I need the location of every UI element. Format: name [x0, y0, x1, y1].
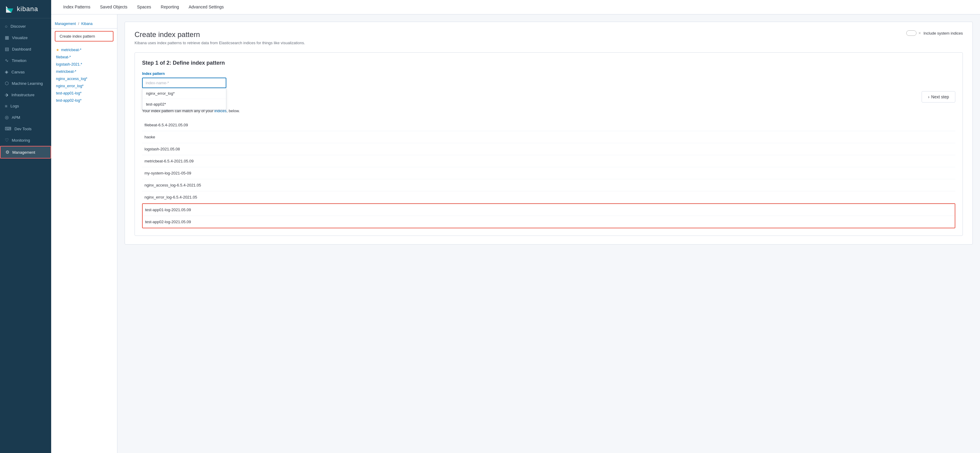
toggle-oval	[906, 30, 916, 36]
pattern-item-logstash[interactable]: logstash-2021.*	[55, 61, 113, 68]
breadcrumb-separator: /	[78, 22, 79, 26]
tab-index-patterns[interactable]: Index Patterns	[58, 0, 95, 14]
matches-info: Your index pattern can match any of your…	[142, 108, 955, 113]
pattern-item-metricbeat-star[interactable]: ★ metricbeat-*	[55, 46, 113, 54]
sidebar-item-infrastructure[interactable]: ⬗ Infrastructure	[0, 89, 51, 100]
tab-saved-objects[interactable]: Saved Objects	[95, 0, 132, 14]
breadcrumb-kibana: Kibana	[81, 22, 92, 26]
card-title-area: Create index pattern Kibana uses index p…	[135, 30, 305, 45]
index-name: test-app01-log-2021.05.09	[143, 204, 955, 216]
index-name: test-app02-log-2021.05.09	[143, 216, 955, 228]
sidebar-item-label: Dev Tools	[14, 127, 32, 131]
sidebar-item-dashboard[interactable]: ▤ Dashboard	[0, 43, 51, 55]
infrastructure-icon: ⬗	[5, 92, 8, 97]
kibana-logo-text: kibana	[17, 5, 38, 13]
pattern-item-nginx-access[interactable]: nginx_access_log*	[55, 75, 113, 83]
next-step-icon: ›	[928, 94, 929, 99]
include-system-toggle[interactable]: ✕	[906, 30, 921, 36]
step-box: Step 1 of 2: Define index pattern Index …	[135, 52, 963, 236]
step-header: Step 1 of 2: Define index pattern	[142, 60, 955, 66]
highlighted-index-rows: test-app01-log-2021.05.09 test-app02-log…	[142, 203, 955, 228]
index-row-haoke: haoke	[142, 131, 955, 143]
index-name: my-system-log-2021-05-09	[142, 167, 955, 179]
sidebar-item-label: Timelion	[12, 58, 27, 63]
index-row-filebeat: filebeat-6.5.4-2021.05.09	[142, 119, 955, 131]
left-panel: Management / Kibana Create index pattern…	[51, 14, 118, 453]
dropdown-item-nginx-error[interactable]: nginx_error_log*	[142, 88, 226, 99]
sidebar-item-management[interactable]: ⚙ Management	[0, 146, 51, 159]
pattern-list: ★ metricbeat-* filebeat-* logstash-2021.…	[51, 46, 117, 104]
sidebar-item-machine-learning[interactable]: ⬡ Machine Learning	[0, 78, 51, 89]
card-header: Create index pattern Kibana uses index p…	[135, 30, 963, 45]
dev-tools-icon: ⌨	[5, 126, 11, 132]
breadcrumb: Management / Kibana	[51, 19, 117, 29]
index-row-my-system: my-system-log-2021-05-09	[142, 167, 955, 179]
discover-icon: ○	[5, 24, 8, 29]
tab-reporting[interactable]: Reporting	[156, 0, 184, 14]
sidebar-item-label: Visualize	[12, 35, 28, 40]
machine-learning-icon: ⬡	[5, 81, 9, 86]
sidebar: kibana ○ Discover ▦ Visualize ▤ Dashboar…	[0, 0, 51, 453]
logo-area: kibana	[0, 0, 51, 18]
index-name: logstash-2021.05.08	[142, 143, 955, 155]
dashboard-icon: ▤	[5, 46, 9, 52]
page-title: Create index pattern	[135, 30, 305, 39]
tab-advanced-settings[interactable]: Advanced Settings	[184, 0, 229, 14]
sidebar-item-dev-tools[interactable]: ⌨ Dev Tools	[0, 123, 51, 135]
kibana-logo-icon	[5, 4, 14, 14]
pattern-item-metricbeat2[interactable]: metricbeat-*	[55, 68, 113, 75]
sidebar-item-visualize[interactable]: ▦ Visualize	[0, 32, 51, 43]
right-panel: Create index pattern Kibana uses index p…	[118, 14, 980, 453]
highlighted-table: test-app01-log-2021.05.09 test-app02-log…	[143, 204, 955, 228]
tab-spaces[interactable]: Spaces	[132, 0, 156, 14]
pattern-item-test-app01[interactable]: test-app01-log*	[55, 90, 113, 97]
sidebar-item-label: Infrastructure	[11, 93, 35, 97]
pattern-item-test-app02[interactable]: test-app02-log*	[55, 97, 113, 104]
include-system-area: ✕ Include system indices	[906, 30, 963, 36]
sidebar-item-label: APM	[12, 115, 20, 120]
sidebar-item-label: Dashboard	[12, 47, 31, 51]
create-index-card: Create index pattern Kibana uses index p…	[125, 22, 973, 245]
sidebar-item-label: Logs	[11, 104, 19, 108]
monitoring-icon: ♡	[5, 137, 9, 143]
sidebar-item-discover[interactable]: ○ Discover	[0, 21, 51, 32]
top-nav: Index Patterns Saved Objects Spaces Repo…	[51, 0, 980, 14]
sidebar-item-monitoring[interactable]: ♡ Monitoring	[0, 135, 51, 146]
index-name: nginx_access_log-6.5.4-2021.05	[142, 179, 955, 191]
breadcrumb-management[interactable]: Management	[55, 22, 76, 26]
logs-icon: ≡	[5, 103, 8, 108]
management-icon: ⚙	[5, 149, 10, 155]
index-pattern-field-label: Index pattern	[142, 72, 955, 76]
dropdown-item-test-app02[interactable]: test-app02*	[142, 99, 226, 110]
sidebar-item-label: Monitoring	[12, 138, 30, 143]
index-name: haoke	[142, 131, 955, 143]
sidebar-item-logs[interactable]: ≡ Logs	[0, 100, 51, 111]
visualize-icon: ▦	[5, 35, 9, 40]
pattern-item-filebeat[interactable]: filebeat-*	[55, 54, 113, 61]
sidebar-item-label: Canvas	[11, 70, 25, 74]
index-pattern-input-wrapper: nginx_error_log* test-app02*	[142, 78, 226, 88]
index-name: nginx_error_log-6.5.4-2021.05	[142, 191, 955, 203]
index-row-metricbeat: metricbeat-6.5.4-2021.05.09	[142, 155, 955, 167]
index-name: metricbeat-6.5.4-2021.05.09	[142, 155, 955, 167]
canvas-icon: ◈	[5, 69, 8, 75]
star-icon: ★	[56, 48, 59, 52]
apm-icon: ◎	[5, 114, 9, 120]
sidebar-item-canvas[interactable]: ◈ Canvas	[0, 66, 51, 78]
pattern-dropdown: nginx_error_log* test-app02*	[142, 88, 226, 110]
toggle-x-icon: ✕	[918, 31, 921, 35]
sidebar-item-label: Discover	[11, 24, 26, 29]
next-step-button[interactable]: › Next step	[922, 91, 955, 103]
pattern-item-nginx-error[interactable]: nginx_error_log*	[55, 83, 113, 90]
index-row-nginx-access: nginx_access_log-6.5.4-2021.05	[142, 179, 955, 191]
main-area: Index Patterns Saved Objects Spaces Repo…	[51, 0, 980, 453]
page-description: Kibana uses index patterns to retrieve d…	[135, 41, 305, 45]
create-index-pattern-button[interactable]: Create index pattern	[55, 31, 113, 41]
index-row-test-app02: test-app02-log-2021.05.09	[143, 216, 955, 228]
sidebar-item-label: Management	[12, 150, 35, 154]
sidebar-item-apm[interactable]: ◎ APM	[0, 111, 51, 123]
index-pattern-input[interactable]	[142, 78, 226, 88]
sidebar-item-label: Machine Learning	[12, 81, 43, 86]
sidebar-item-timelion[interactable]: ∿ Timelion	[0, 55, 51, 66]
index-row-nginx-error: nginx_error_log-6.5.4-2021.05	[142, 191, 955, 203]
